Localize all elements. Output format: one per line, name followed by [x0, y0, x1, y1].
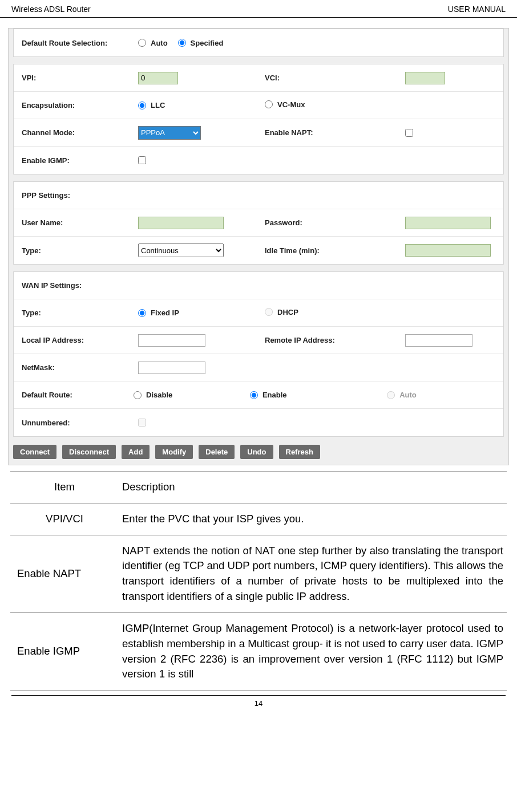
radio-fixed-ip[interactable]: [138, 309, 146, 317]
row-user-pass: User Name: Password:: [14, 209, 503, 237]
label-remote-ip: Remote IP Address:: [257, 336, 405, 344]
delete-button[interactable]: Delete: [199, 445, 235, 459]
radio-fixed-ip-option[interactable]: Fixed IP: [138, 308, 179, 317]
radio-auto-label: Auto: [151, 39, 168, 47]
radio-dr-enable[interactable]: [250, 391, 258, 399]
cell-item-igmp: Enable IGMP: [10, 612, 119, 690]
radio-vcmux-option[interactable]: VC-Mux: [265, 100, 305, 109]
input-username[interactable]: [138, 217, 224, 229]
row-type-idle: Type: Continuous Idle Time (min):: [14, 237, 503, 264]
label-wan-type: Type:: [14, 308, 138, 317]
radio-dr-auto: [387, 391, 395, 399]
input-vpi[interactable]: [138, 72, 178, 84]
config-screenshot: Default Route Selection: Auto Specified …: [8, 28, 509, 465]
label-default-route: Default Route:: [14, 391, 134, 399]
radio-dhcp-option[interactable]: DHCP: [265, 308, 298, 316]
row-default-route: Default Route: Disable Enable Auto: [14, 381, 503, 409]
input-password[interactable]: [405, 217, 491, 229]
label-password: Password:: [257, 218, 405, 227]
panel-ppp-settings: PPP Settings: User Name: Password: Type:…: [13, 181, 504, 265]
table-row: Enable NAPT NAPT extends the notion of N…: [10, 535, 507, 612]
disconnect-button[interactable]: Disconnect: [62, 445, 116, 459]
label-vpi: VPI:: [14, 74, 138, 82]
page-header: Wireless ADSL Router USER MANUAL: [0, 0, 517, 18]
description-table: Item Description VPI/VCI Enter the PVC t…: [10, 471, 507, 691]
row-unnumbered: Unnumbered:: [14, 409, 503, 436]
button-bar: Connect Disconnect Add Modify Delete Und…: [9, 444, 508, 460]
radio-vcmux[interactable]: [265, 100, 273, 108]
label-username: User Name:: [14, 218, 138, 227]
cell-desc-napt: NAPT extends the notion of NAT one step …: [119, 535, 507, 612]
undo-button[interactable]: Undo: [240, 445, 273, 459]
input-local-ip[interactable]: [138, 334, 205, 347]
radio-dr-disable[interactable]: [134, 391, 142, 399]
radio-auto[interactable]: [138, 39, 146, 47]
page-footer: 14: [11, 695, 506, 713]
refresh-button[interactable]: Refresh: [279, 445, 320, 459]
add-button[interactable]: Add: [122, 445, 150, 459]
radio-dr-disable-option[interactable]: Disable: [134, 391, 172, 399]
label-ppp-type: Type:: [14, 246, 138, 255]
radio-specified-label: Specified: [191, 39, 224, 47]
cell-item-vpivci: VPI/VCI: [10, 503, 119, 535]
modify-button[interactable]: Modify: [155, 445, 193, 459]
row-encapsulation: Encapsulation: LLC VC-Mux: [14, 92, 503, 119]
label-channel-mode: Channel Mode:: [14, 128, 138, 137]
page-number: 14: [255, 699, 262, 708]
row-wan-ip-header: WAN IP Settings:: [14, 272, 503, 299]
cell-desc-igmp: IGMP(Internet Group Management Protocol)…: [119, 612, 507, 690]
row-channel-mode: Channel Mode: PPPoA Enable NAPT:: [14, 119, 503, 147]
radio-llc-label: LLC: [151, 101, 165, 109]
label-netmask: NetMask:: [14, 363, 138, 372]
row-wan-type: Type: Fixed IP DHCP: [14, 299, 503, 327]
radio-vcmux-label: VC-Mux: [277, 100, 305, 109]
label-wan-ip-settings: WAN IP Settings:: [14, 281, 138, 290]
label-local-ip: Local IP Address:: [14, 336, 138, 344]
panel-wan-ip: WAN IP Settings: Type: Fixed IP DHCP Loc…: [13, 271, 504, 437]
header-item: Item: [10, 472, 119, 504]
radio-dr-auto-option: Auto: [387, 391, 417, 399]
radio-auto-option[interactable]: Auto: [138, 39, 168, 47]
radio-specified-option[interactable]: Specified: [178, 39, 224, 47]
doc-title-left: Wireless ADSL Router: [11, 5, 91, 14]
panel-pvc: VPI: VCI: Encapsulation: LLC VC-Mux: [13, 64, 504, 174]
select-channel-mode[interactable]: PPPoA: [138, 126, 201, 140]
input-idle-time[interactable]: [405, 244, 491, 257]
label-vci: VCI:: [257, 74, 405, 82]
table-header-row: Item Description: [10, 472, 507, 504]
input-remote-ip[interactable]: [405, 334, 472, 347]
label-enable-igmp: Enable IGMP:: [14, 156, 138, 165]
radio-llc[interactable]: [138, 102, 146, 109]
table-row: Enable IGMP IGMP(Internet Group Manageme…: [10, 612, 507, 690]
doc-title-right: USER MANUAL: [448, 5, 506, 14]
radio-specified[interactable]: [178, 39, 186, 47]
checkbox-unnumbered: [138, 419, 146, 427]
table-row: VPI/VCI Enter the PVC that your ISP give…: [10, 503, 507, 535]
select-ppp-type[interactable]: Continuous: [138, 243, 224, 257]
radio-dr-auto-label: Auto: [399, 391, 417, 399]
label-enable-napt: Enable NAPT:: [257, 128, 405, 137]
radio-dr-enable-option[interactable]: Enable: [250, 391, 287, 399]
input-vci[interactable]: [405, 72, 445, 84]
label-ppp-settings: PPP Settings:: [14, 191, 138, 200]
radio-llc-option[interactable]: LLC: [138, 101, 165, 109]
row-vpi-vci: VPI: VCI:: [14, 64, 503, 92]
cell-item-napt: Enable NAPT: [10, 535, 119, 612]
row-netmask: NetMask:: [14, 354, 503, 381]
radio-dhcp[interactable]: [265, 308, 273, 316]
row-enable-igmp: Enable IGMP:: [14, 147, 503, 174]
radio-dr-disable-label: Disable: [146, 391, 172, 399]
label-unnumbered: Unnumbered:: [14, 419, 138, 427]
cell-desc-vpivci: Enter the PVC that your ISP gives you.: [119, 503, 507, 535]
row-local-remote-ip: Local IP Address: Remote IP Address:: [14, 327, 503, 354]
label-default-route-selection: Default Route Selection:: [14, 39, 138, 47]
checkbox-enable-igmp[interactable]: [138, 156, 146, 164]
radio-dhcp-label: DHCP: [277, 308, 298, 316]
input-netmask[interactable]: [138, 362, 205, 374]
label-encapsulation: Encapsulation:: [14, 101, 138, 109]
row-default-route-selection: Default Route Selection: Auto Specified: [14, 29, 503, 56]
radio-dr-enable-label: Enable: [262, 391, 287, 399]
checkbox-enable-napt[interactable]: [405, 129, 413, 137]
connect-button[interactable]: Connect: [13, 445, 56, 459]
radio-fixed-ip-label: Fixed IP: [151, 308, 179, 317]
